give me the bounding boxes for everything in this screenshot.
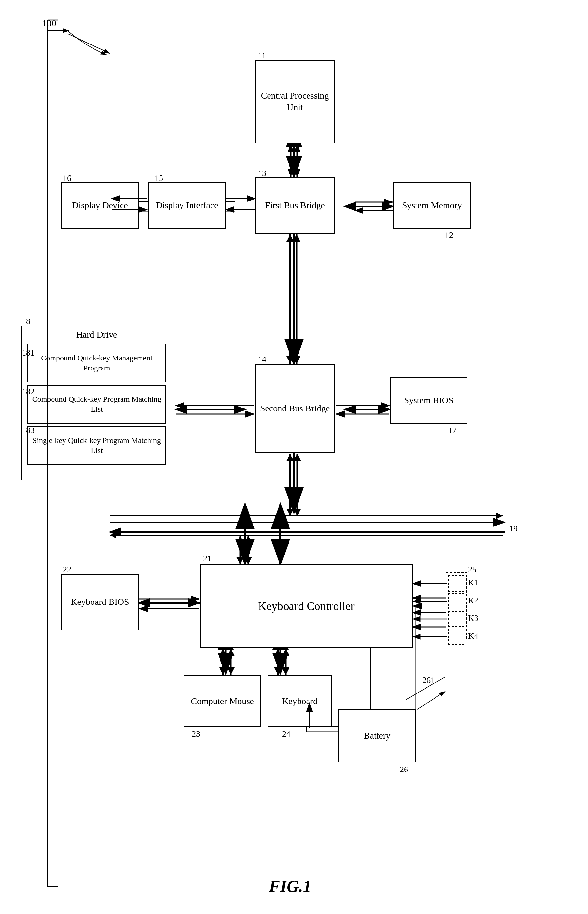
k3-box: [448, 611, 464, 627]
ref-19: 19: [509, 524, 518, 534]
svg-marker-36: [288, 169, 294, 177]
ref-bat: 26: [400, 765, 408, 774]
svg-marker-99: [63, 28, 69, 33]
svg-marker-77: [227, 667, 235, 675]
keyboard-controller-label: Keyboard Controller: [258, 599, 355, 614]
svg-marker-81: [282, 649, 289, 656]
svg-marker-74: [219, 649, 227, 656]
cqpml-label: Compound Quick-key Program Matching List: [28, 394, 165, 414]
computer-mouse-box: Computer Mouse: [184, 675, 261, 727]
svg-line-4: [68, 34, 110, 53]
cpu-label: Central Processing Unit: [256, 90, 334, 113]
diagram: 100: [0, 0, 588, 914]
svg-marker-75: [227, 649, 235, 656]
ref-sbios: 17: [448, 426, 457, 435]
sqpml-label: Single-key Quick-key Program Matching Li…: [28, 436, 165, 455]
ref-fbb: 13: [258, 169, 266, 178]
ref-di: 15: [155, 173, 163, 183]
svg-marker-66: [236, 557, 244, 564]
ref-cqpml: 182: [22, 387, 34, 397]
svg-marker-69: [244, 536, 252, 543]
battery-label: Battery: [364, 730, 390, 741]
keyboard-label: Keyboard: [282, 695, 318, 707]
ref-cpu: 11: [258, 51, 266, 61]
keyboard-bios-box: Keyboard BIOS: [61, 574, 139, 630]
ref-261: 261: [422, 675, 435, 685]
figure-label: FIG.1: [226, 877, 355, 896]
cpu-box: Central Processing Unit: [255, 60, 335, 144]
svg-marker-35: [294, 144, 300, 152]
ref-sqpml: 183: [22, 426, 34, 435]
ref-100: 100: [42, 18, 57, 29]
svg-marker-40: [286, 234, 294, 242]
display-interface-box: Display Interface: [148, 182, 226, 229]
k3-label: K3: [468, 614, 478, 623]
ref-cm: 23: [192, 729, 200, 739]
system-memory-box: System Memory: [393, 182, 471, 229]
svg-marker-59: [293, 509, 301, 516]
computer-mouse-label: Computer Mouse: [191, 695, 254, 707]
first-bus-bridge-label: First Bus Bridge: [265, 200, 325, 211]
svg-marker-76: [219, 667, 227, 675]
ref-hd: 18: [22, 317, 30, 326]
k1-box: [448, 575, 464, 592]
svg-marker-56: [286, 454, 294, 461]
system-bios-box: System BIOS: [390, 377, 467, 424]
svg-line-94: [417, 691, 445, 709]
svg-marker-63: [110, 532, 116, 538]
svg-marker-61: [496, 513, 503, 519]
ref-cqmp: 181: [22, 348, 34, 358]
keyboard-box: Keyboard: [268, 675, 332, 727]
ref-kc: 21: [203, 554, 212, 564]
cqmp-label: Compound Quick-key Management Program: [28, 353, 165, 373]
k4-label: K4: [468, 631, 478, 641]
svg-marker-37: [294, 169, 300, 177]
svg-marker-43: [293, 356, 300, 364]
display-interface-label: Display Interface: [156, 200, 218, 211]
svg-marker-83: [282, 667, 289, 675]
display-device-box: Display Device: [61, 182, 139, 229]
keyboard-bios-label: Keyboard BIOS: [71, 596, 129, 608]
second-bus-bridge-label: Second Bus Bridge: [260, 403, 330, 414]
ref-sm: 12: [445, 231, 453, 240]
svg-marker-42: [286, 356, 294, 364]
svg-marker-57: [293, 454, 301, 461]
svg-marker-41: [293, 234, 300, 242]
ref-k: 24: [282, 729, 291, 739]
cqpml-box: Compound Quick-key Program Matching List: [27, 385, 166, 424]
k2-box: [448, 593, 464, 609]
sqpml-box: Single-key Quick-key Program Matching Li…: [27, 426, 166, 465]
svg-marker-34: [288, 144, 294, 152]
svg-marker-82: [274, 667, 282, 675]
ref-kb: 22: [63, 565, 71, 575]
first-bus-bridge-box: First Bus Bridge: [255, 177, 335, 234]
hard-drive-box: Hard Drive Compound Quick-key Management…: [21, 326, 173, 480]
ref-25: 25: [468, 565, 477, 575]
system-bios-label: System BIOS: [404, 395, 453, 406]
display-device-label: Display Device: [72, 200, 128, 211]
second-bus-bridge-box: Second Bus Bridge: [255, 364, 335, 453]
ref-sbb: 14: [258, 355, 266, 364]
hard-drive-label: Hard Drive: [24, 329, 169, 342]
svg-marker-58: [286, 509, 294, 516]
svg-marker-80: [274, 649, 282, 656]
keyboard-controller-box: Keyboard Controller: [200, 564, 413, 648]
svg-marker-68: [236, 536, 244, 543]
svg-marker-67: [244, 557, 252, 564]
battery-box: Battery: [339, 709, 416, 762]
k2-label: K2: [468, 596, 478, 606]
k1-label: K1: [468, 578, 478, 588]
system-memory-label: System Memory: [402, 200, 462, 211]
ref-dd: 16: [63, 173, 71, 183]
cqmp-box: Compound Quick-key Management Program: [27, 344, 166, 383]
k4-box: [448, 629, 464, 645]
